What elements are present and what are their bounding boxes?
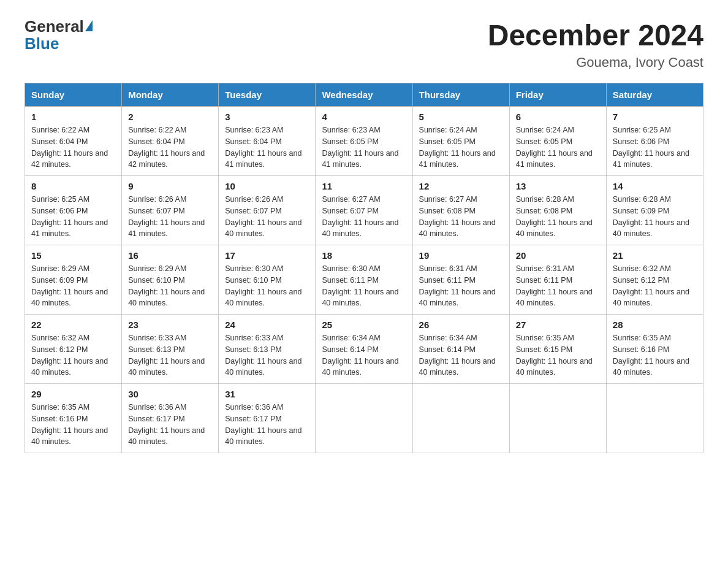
- sunset-label: Sunset: 6:08 PM: [419, 207, 476, 215]
- sunset-label: Sunset: 6:07 PM: [225, 207, 281, 215]
- daylight-label: Daylight: 11 hours and 40 minutes.: [128, 288, 205, 308]
- daylight-label: Daylight: 11 hours and 40 minutes.: [31, 357, 108, 377]
- sunrise-label: Sunrise: 6:28 AM: [516, 195, 574, 204]
- day-info: Sunrise: 6:23 AM Sunset: 6:05 PM Dayligh…: [322, 124, 406, 170]
- calendar-cell: 14 Sunrise: 6:28 AM Sunset: 6:09 PM Dayl…: [606, 176, 703, 245]
- calendar-cell: 6 Sunrise: 6:24 AM Sunset: 6:05 PM Dayli…: [509, 107, 606, 176]
- sunset-label: Sunset: 6:05 PM: [322, 137, 378, 146]
- sunrise-label: Sunrise: 6:32 AM: [613, 264, 671, 273]
- sunrise-label: Sunrise: 6:25 AM: [31, 195, 89, 204]
- sunrise-label: Sunrise: 6:35 AM: [516, 334, 574, 342]
- sunrise-label: Sunrise: 6:29 AM: [128, 264, 186, 273]
- day-number: 4: [322, 112, 406, 122]
- day-number: 20: [516, 250, 600, 261]
- sunrise-label: Sunrise: 6:35 AM: [613, 334, 671, 342]
- daylight-label: Daylight: 11 hours and 41 minutes.: [225, 149, 301, 169]
- sunrise-label: Sunrise: 6:30 AM: [225, 264, 283, 273]
- logo-general-text: General: [25, 18, 84, 34]
- sunrise-label: Sunrise: 6:32 AM: [31, 334, 89, 342]
- daylight-label: Daylight: 11 hours and 40 minutes.: [225, 357, 301, 377]
- calendar-table: SundayMondayTuesdayWednesdayThursdayFrid…: [25, 83, 703, 453]
- sunrise-label: Sunrise: 6:23 AM: [225, 126, 283, 134]
- calendar-cell: 13 Sunrise: 6:28 AM Sunset: 6:08 PM Dayl…: [509, 176, 606, 245]
- sunrise-label: Sunrise: 6:34 AM: [419, 334, 477, 342]
- sunset-label: Sunset: 6:04 PM: [31, 137, 88, 146]
- calendar-cell: 31 Sunrise: 6:36 AM Sunset: 6:17 PM Dayl…: [219, 384, 316, 453]
- daylight-label: Daylight: 11 hours and 40 minutes.: [419, 357, 496, 377]
- sunset-label: Sunset: 6:12 PM: [613, 276, 669, 285]
- calendar-cell: 15 Sunrise: 6:29 AM Sunset: 6:09 PM Dayl…: [25, 245, 122, 315]
- sunrise-label: Sunrise: 6:30 AM: [322, 264, 380, 273]
- logo-triangle-icon: [85, 20, 93, 31]
- day-number: 8: [31, 181, 115, 191]
- day-number: 16: [128, 250, 212, 261]
- day-info: Sunrise: 6:22 AM Sunset: 6:04 PM Dayligh…: [128, 124, 212, 170]
- col-header-wednesday: Wednesday: [316, 83, 412, 107]
- calendar-cell: 1 Sunrise: 6:22 AM Sunset: 6:04 PM Dayli…: [25, 107, 122, 176]
- day-info: Sunrise: 6:35 AM Sunset: 6:16 PM Dayligh…: [31, 402, 115, 448]
- day-number: 27: [516, 320, 600, 330]
- day-info: Sunrise: 6:24 AM Sunset: 6:05 PM Dayligh…: [516, 124, 600, 170]
- day-info: Sunrise: 6:31 AM Sunset: 6:11 PM Dayligh…: [419, 263, 503, 309]
- sunset-label: Sunset: 6:16 PM: [31, 415, 88, 423]
- calendar-cell: 26 Sunrise: 6:34 AM Sunset: 6:14 PM Dayl…: [412, 315, 509, 384]
- sunset-label: Sunset: 6:14 PM: [419, 345, 476, 354]
- day-number: 26: [419, 320, 503, 330]
- daylight-label: Daylight: 11 hours and 42 minutes.: [128, 149, 205, 169]
- calendar-cell: 12 Sunrise: 6:27 AM Sunset: 6:08 PM Dayl…: [412, 176, 509, 245]
- sunrise-label: Sunrise: 6:31 AM: [419, 264, 477, 273]
- calendar-week-2: 8 Sunrise: 6:25 AM Sunset: 6:06 PM Dayli…: [25, 176, 703, 245]
- day-number: 2: [128, 112, 212, 122]
- calendar-cell: 17 Sunrise: 6:30 AM Sunset: 6:10 PM Dayl…: [219, 245, 316, 315]
- sunrise-label: Sunrise: 6:23 AM: [322, 126, 380, 134]
- logo: General Blue: [25, 18, 93, 53]
- calendar-cell: [412, 384, 509, 453]
- day-info: Sunrise: 6:26 AM Sunset: 6:07 PM Dayligh…: [225, 194, 309, 240]
- calendar-week-4: 22 Sunrise: 6:32 AM Sunset: 6:12 PM Dayl…: [25, 315, 703, 384]
- daylight-label: Daylight: 11 hours and 41 minutes.: [419, 149, 496, 169]
- calendar-body: 1 Sunrise: 6:22 AM Sunset: 6:04 PM Dayli…: [25, 107, 703, 453]
- sunrise-label: Sunrise: 6:26 AM: [225, 195, 283, 204]
- day-number: 29: [31, 389, 115, 399]
- day-number: 6: [516, 112, 600, 122]
- calendar-cell: 4 Sunrise: 6:23 AM Sunset: 6:05 PM Dayli…: [316, 107, 412, 176]
- sunset-label: Sunset: 6:12 PM: [31, 345, 88, 354]
- calendar-cell: 27 Sunrise: 6:35 AM Sunset: 6:15 PM Dayl…: [509, 315, 606, 384]
- day-info: Sunrise: 6:32 AM Sunset: 6:12 PM Dayligh…: [31, 332, 115, 378]
- calendar-cell: [606, 384, 703, 453]
- daylight-label: Daylight: 11 hours and 41 minutes.: [613, 149, 689, 169]
- day-number: 9: [128, 181, 212, 191]
- day-info: Sunrise: 6:26 AM Sunset: 6:07 PM Dayligh…: [128, 194, 212, 240]
- day-number: 31: [225, 389, 309, 399]
- sunset-label: Sunset: 6:09 PM: [613, 207, 669, 215]
- day-number: 7: [613, 112, 697, 122]
- daylight-label: Daylight: 11 hours and 41 minutes.: [128, 218, 205, 239]
- sunset-label: Sunset: 6:17 PM: [128, 415, 184, 423]
- col-header-saturday: Saturday: [606, 83, 703, 107]
- day-info: Sunrise: 6:27 AM Sunset: 6:08 PM Dayligh…: [419, 194, 503, 240]
- calendar-header: SundayMondayTuesdayWednesdayThursdayFrid…: [25, 83, 703, 107]
- day-number: 10: [225, 181, 309, 191]
- calendar-cell: 18 Sunrise: 6:30 AM Sunset: 6:11 PM Dayl…: [316, 245, 412, 315]
- calendar-cell: 29 Sunrise: 6:35 AM Sunset: 6:16 PM Dayl…: [25, 384, 122, 453]
- day-number: 17: [225, 250, 309, 261]
- calendar-cell: 8 Sunrise: 6:25 AM Sunset: 6:06 PM Dayli…: [25, 176, 122, 245]
- day-info: Sunrise: 6:23 AM Sunset: 6:04 PM Dayligh…: [225, 124, 309, 170]
- daylight-label: Daylight: 11 hours and 41 minutes.: [31, 218, 108, 239]
- day-info: Sunrise: 6:28 AM Sunset: 6:08 PM Dayligh…: [516, 194, 600, 240]
- day-info: Sunrise: 6:25 AM Sunset: 6:06 PM Dayligh…: [613, 124, 697, 170]
- calendar-cell: 7 Sunrise: 6:25 AM Sunset: 6:06 PM Dayli…: [606, 107, 703, 176]
- calendar-cell: 11 Sunrise: 6:27 AM Sunset: 6:07 PM Dayl…: [316, 176, 412, 245]
- calendar-cell: 3 Sunrise: 6:23 AM Sunset: 6:04 PM Dayli…: [219, 107, 316, 176]
- sunset-label: Sunset: 6:17 PM: [225, 415, 281, 423]
- day-info: Sunrise: 6:36 AM Sunset: 6:17 PM Dayligh…: [128, 402, 212, 448]
- calendar-cell: 28 Sunrise: 6:35 AM Sunset: 6:16 PM Dayl…: [606, 315, 703, 384]
- daylight-label: Daylight: 11 hours and 42 minutes.: [31, 149, 108, 169]
- sunrise-label: Sunrise: 6:34 AM: [322, 334, 380, 342]
- calendar-week-1: 1 Sunrise: 6:22 AM Sunset: 6:04 PM Dayli…: [25, 107, 703, 176]
- calendar-cell: 22 Sunrise: 6:32 AM Sunset: 6:12 PM Dayl…: [25, 315, 122, 384]
- sunrise-label: Sunrise: 6:25 AM: [613, 126, 671, 134]
- sunset-label: Sunset: 6:05 PM: [419, 137, 476, 146]
- daylight-label: Daylight: 11 hours and 40 minutes.: [225, 218, 301, 239]
- daylight-label: Daylight: 11 hours and 40 minutes.: [225, 426, 301, 446]
